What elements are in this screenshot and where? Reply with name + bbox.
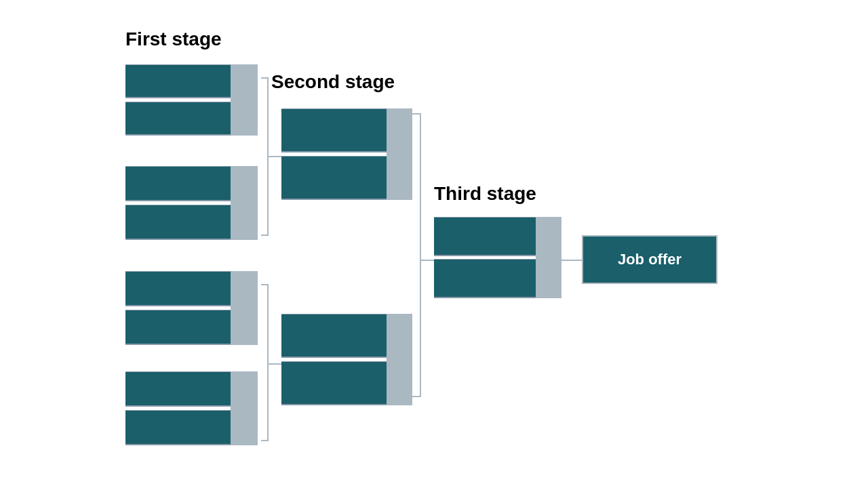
second-stage-label: Second stage bbox=[271, 71, 395, 93]
second-stage-block-1 bbox=[281, 108, 414, 207]
third-stage-block bbox=[434, 217, 563, 305]
first-stage-block-2 bbox=[125, 166, 261, 244]
job-offer-label: Job offer bbox=[618, 251, 682, 268]
second-stage-block-2 bbox=[281, 314, 414, 412]
bracket-diagram: First stage Second stage Third stage bbox=[0, 0, 868, 488]
first-stage-block-1 bbox=[125, 64, 261, 136]
first-stage-block-4 bbox=[125, 371, 261, 449]
third-stage-label: Third stage bbox=[434, 183, 536, 205]
job-offer-box[interactable]: Job offer bbox=[582, 235, 717, 284]
first-stage-label: First stage bbox=[125, 28, 222, 50]
first-stage-block-3 bbox=[125, 271, 261, 349]
